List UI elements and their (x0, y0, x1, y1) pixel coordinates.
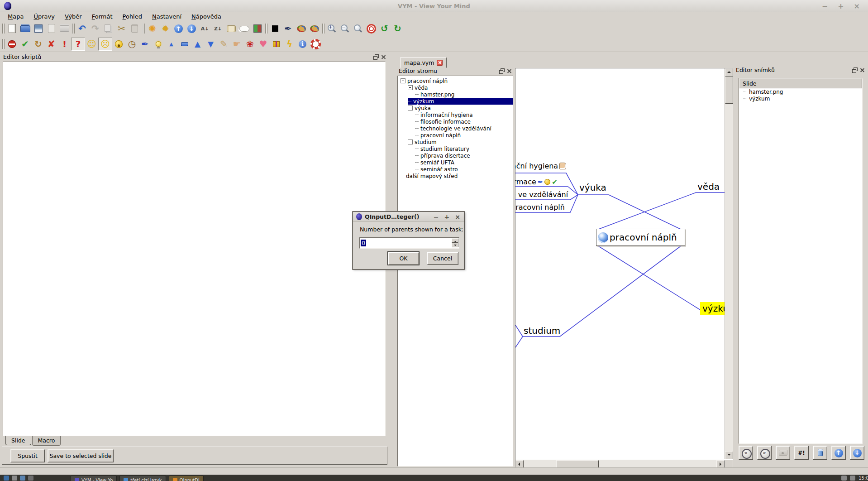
spin-down-icon[interactable] (452, 243, 458, 247)
tree-item[interactable]: pracovní náplň (401, 77, 513, 84)
flag-stopsign-icon[interactable] (5, 38, 19, 50)
tree-item[interactable]: výzkum (408, 98, 513, 105)
vertical-scrollbar[interactable] (725, 68, 733, 459)
tree-item[interactable]: semiář UFTA (415, 159, 513, 166)
zoom-reset-icon[interactable] (352, 23, 365, 35)
float-dock-icon[interactable] (852, 67, 858, 73)
expander-icon[interactable] (408, 85, 413, 90)
tree-item[interactable]: seminář astro (415, 166, 513, 173)
taskbar-launcher-icon[interactable] (12, 476, 17, 481)
menu-item[interactable]: Formát (87, 13, 118, 20)
flag-lifebelt-icon[interactable] (309, 38, 322, 50)
parents-count-spinbox[interactable]: 0 (359, 237, 459, 249)
map-branch-studium[interactable]: studium (524, 325, 560, 336)
flag-arrow-down-icon[interactable]: ▼ (204, 38, 217, 50)
undo-icon[interactable]: ↶ (76, 23, 89, 35)
flag-rose-icon[interactable]: ❀ (243, 38, 257, 50)
flag-clock-icon[interactable]: ◷ (125, 38, 138, 50)
cancel-button[interactable]: Cancel (427, 252, 458, 265)
expander-icon[interactable] (401, 78, 405, 83)
rotate-cw-icon[interactable]: ↻ (391, 23, 404, 35)
flag-heart-icon[interactable]: ♥ (257, 38, 270, 50)
float-dock-icon[interactable] (499, 68, 505, 74)
save-map-icon[interactable] (32, 23, 45, 35)
slide-move-down-icon[interactable]: ↓ (850, 446, 864, 460)
toolbar-handle[interactable] (71, 23, 76, 34)
close-dock-icon[interactable] (859, 67, 865, 73)
close-dock-icon[interactable] (381, 54, 386, 60)
color-subtree-icon[interactable] (308, 23, 321, 35)
tree-item[interactable]: informační hygiena (415, 111, 513, 118)
hide-export-icon[interactable] (238, 23, 251, 35)
map-branch-filosofie-informace[interactable]: filosofie informace ✒ ✔ (515, 178, 558, 186)
flag-pen-icon[interactable]: ✒ (138, 38, 152, 50)
flag-info-icon[interactable]: i (296, 38, 309, 50)
tree-item[interactable]: výuka (408, 105, 513, 111)
minimize-window-icon[interactable]: − (822, 2, 828, 10)
flag-hook-icon[interactable]: ✔ (19, 38, 32, 50)
flag-smiley-sad-icon[interactable]: ☹ (98, 38, 112, 51)
flag-status-icon[interactable] (178, 38, 191, 50)
add-branch-above-icon[interactable]: ✹ (159, 23, 172, 35)
vertical-scrollbar-thumb[interactable] (725, 77, 733, 104)
script-tab[interactable]: Slide (5, 436, 31, 445)
toolbar-handle[interactable] (1, 23, 5, 34)
map-branch-veda[interactable]: věda (697, 181, 720, 192)
tree-item[interactable]: technologie ve vzdělávání (415, 125, 513, 132)
flag-smiley-good-icon[interactable]: ☺ (85, 38, 98, 50)
menu-item[interactable]: Mapa (3, 13, 29, 20)
tree-item[interactable]: věda (408, 84, 513, 91)
move-branch-down-icon[interactable]: ↓ (185, 23, 198, 35)
maximize-window-icon[interactable]: + (838, 2, 844, 10)
slide-previous-icon[interactable]: « (739, 446, 753, 460)
slide-item[interactable]: hamster.png (739, 88, 862, 95)
tree-item[interactable]: studium literatury (415, 145, 513, 152)
flag-pencil-icon[interactable]: ✎ (217, 38, 230, 50)
script-tab[interactable]: Macro (32, 436, 61, 446)
toolbar-handle[interactable] (321, 23, 325, 34)
flag-smiley-omg-icon[interactable] (112, 38, 125, 50)
flag-hand-icon[interactable]: ☛ (230, 38, 243, 50)
toolbar-handle[interactable] (1, 38, 5, 49)
dialog-title-bar[interactable]: QInputD…teger() − + × (353, 212, 464, 222)
open-map-icon[interactable] (19, 23, 32, 35)
slide-item[interactable]: výzkum (739, 95, 862, 102)
slide-script-icon[interactable]: #! (794, 446, 809, 460)
scroll-up-icon[interactable] (725, 68, 733, 77)
menu-item[interactable]: Nastavení (147, 13, 186, 20)
tray-icon[interactable] (841, 476, 847, 481)
script-editor-area[interactable] (3, 62, 386, 436)
menu-item[interactable]: Nápověda (186, 13, 226, 20)
add-branch-icon[interactable]: ✺ (146, 23, 159, 35)
zoom-in-icon[interactable]: + (325, 23, 339, 35)
horizontal-scrollbar[interactable] (515, 460, 725, 468)
slide-list-column-header[interactable]: Slide (739, 78, 862, 88)
taskbar-window-button[interactable]: třetí cizí jazyk (119, 476, 166, 481)
map-branch-technologie[interactable]: technologie ve vzdělávání (515, 190, 568, 199)
expander-icon[interactable] (408, 106, 413, 111)
tray-icon[interactable] (850, 476, 855, 481)
frame-color-icon[interactable] (251, 23, 264, 35)
close-tab-icon[interactable] (437, 60, 443, 66)
map-branch-vyzkum-selected[interactable]: výzkum (700, 302, 725, 315)
dialog-minimize-icon[interactable]: − (434, 213, 439, 221)
taskbar-window-button[interactable]: QInputDi (169, 476, 204, 481)
map-branch-vyuka[interactable]: výuka (579, 182, 606, 193)
flag-lightning-icon[interactable]: ϟ (283, 38, 296, 50)
dialog-maximize-icon[interactable]: + (444, 213, 450, 221)
scroll-down-icon[interactable] (725, 451, 733, 459)
float-dock-icon[interactable] (373, 54, 379, 60)
scroll-branch-icon[interactable] (224, 23, 238, 35)
toolbar-handle[interactable] (264, 23, 268, 34)
run-script-button[interactable]: Spustit (10, 449, 45, 462)
save-to-slide-button[interactable]: Save to selected slide (48, 449, 114, 462)
tree-item[interactable]: příprava disertace (415, 152, 513, 159)
taskbar-window-button[interactable]: VYM - View Yo (71, 476, 117, 481)
zoom-out-icon[interactable]: − (339, 23, 352, 35)
sort-ascending-icon[interactable]: A↓ (198, 23, 211, 35)
close-dock-icon[interactable] (506, 68, 512, 74)
menu-item[interactable]: Výběr (60, 13, 87, 20)
tree-item[interactable]: filosofie informace (415, 118, 513, 125)
tree-item[interactable]: studium (408, 139, 513, 145)
tree-item[interactable]: pracovní náplň (415, 132, 513, 139)
